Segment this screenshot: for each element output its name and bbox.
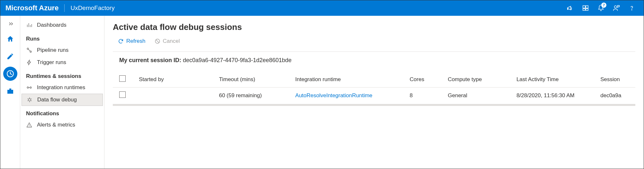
col-started-by[interactable]: Started by [136, 71, 216, 88]
cell-last: 8/28/2020, 11:56:30 AM [513, 88, 597, 104]
rail-monitor-icon[interactable] [3, 67, 17, 81]
toolbar-divider [113, 52, 635, 52]
person-feedback-icon[interactable] [613, 5, 620, 12]
feedback-icon[interactable] [582, 5, 589, 12]
col-ir[interactable]: Integration runtime [292, 71, 407, 88]
cell-ir[interactable]: AutoResolveIntegrationRuntime [292, 88, 407, 104]
page-title: Active data flow debug sessions [113, 22, 635, 32]
sidebar-data-flow-debug[interactable]: Data flow debug [22, 94, 103, 106]
sidebar-trigger-runs[interactable]: Trigger runs [20, 56, 104, 69]
rail-toolbox-icon[interactable] [3, 84, 17, 98]
sidebar: Dashboards Runs Pipeline runs Trigger ru… [20, 16, 104, 169]
svg-point-9 [27, 87, 29, 89]
cell-started-by [136, 88, 216, 104]
megaphone-icon[interactable] [567, 5, 574, 12]
session-info: My current session ID: dec0a9a6-4927-447… [113, 57, 635, 64]
sidebar-label: Dashboards [37, 22, 67, 28]
debug-icon [26, 97, 33, 103]
dashboard-icon [26, 22, 32, 28]
session-id: dec0a9a6-4927-4470-9fa3-1d2ee8601bde [183, 57, 291, 63]
session-label: My current session ID: [119, 57, 181, 63]
sidebar-section-notifications: Notifications [20, 106, 104, 119]
left-rail [0, 16, 20, 169]
svg-rect-0 [583, 6, 585, 8]
cell-ctype: General [445, 88, 514, 104]
refresh-button[interactable]: Refresh [118, 38, 146, 44]
svg-rect-3 [586, 9, 588, 11]
cancel-button: Cancel [155, 38, 180, 44]
topbar-icons: 7 [567, 5, 635, 12]
sidebar-integration-runtimes[interactable]: Integration runtimes [20, 81, 104, 94]
refresh-label: Refresh [126, 38, 146, 44]
rail-home-icon[interactable] [3, 32, 17, 46]
sidebar-pipeline-runs[interactable]: Pipeline runs [20, 44, 104, 56]
cell-timeout: 60 (59 remaining) [216, 88, 292, 104]
table-header-row: Started by Timeout (mins) Integration ru… [113, 71, 635, 88]
cell-cores: 8 [407, 88, 445, 104]
cancel-label: Cancel [163, 38, 180, 44]
expand-rail-button[interactable] [0, 19, 20, 29]
sidebar-label: Trigger runs [37, 59, 66, 66]
row-checkbox[interactable] [119, 91, 126, 98]
bell-icon[interactable]: 7 [597, 5, 604, 12]
svg-point-11 [28, 99, 31, 101]
toolbar: Refresh Cancel [113, 38, 635, 44]
svg-point-4 [614, 6, 617, 8]
ir-icon [26, 84, 32, 91]
cell-sid: dec0a9a [597, 88, 635, 104]
notification-badge: 7 [601, 3, 606, 8]
sidebar-label: Integration runtimes [37, 84, 85, 91]
svg-rect-1 [586, 6, 588, 8]
svg-rect-2 [583, 9, 585, 11]
sidebar-section-runs: Runs [20, 31, 104, 44]
horizontal-scrollbar[interactable] [113, 104, 635, 106]
sidebar-alerts-metrics[interactable]: Alerts & metrics [20, 119, 104, 131]
col-session[interactable]: Session [597, 71, 635, 88]
brand-divider [64, 4, 65, 12]
sidebar-dashboards[interactable]: Dashboards [20, 19, 104, 31]
pipeline-icon [26, 47, 32, 53]
svg-point-10 [30, 87, 31, 89]
table-row[interactable]: 60 (59 remaining) AutoResolveIntegration… [113, 88, 635, 104]
help-icon[interactable] [628, 5, 635, 12]
col-cores[interactable]: Cores [407, 71, 445, 88]
sessions-table: Started by Timeout (mins) Integration ru… [113, 71, 635, 106]
sidebar-label: Pipeline runs [37, 47, 68, 53]
col-timeout[interactable]: Timeout (mins) [216, 71, 292, 88]
svg-point-5 [631, 10, 632, 10]
select-all-checkbox[interactable] [119, 75, 126, 82]
rail-pencil-icon[interactable] [3, 49, 17, 63]
factory-name: UxDemoFactory [70, 5, 114, 12]
sidebar-section-runtimes: Runtimes & sessions [20, 69, 104, 81]
sidebar-label: Data flow debug [37, 97, 77, 103]
main-content: Active data flow debug sessions Refresh … [104, 16, 644, 169]
brand: Microsoft Azure [5, 4, 58, 12]
top-bar: Microsoft Azure UxDemoFactory 7 [0, 0, 644, 16]
sidebar-label: Alerts & metrics [37, 122, 75, 128]
col-last-activity[interactable]: Last Activity Time [513, 71, 597, 88]
col-ctype[interactable]: Compute type [445, 71, 514, 88]
alert-icon [26, 122, 32, 128]
trigger-icon [26, 59, 32, 66]
